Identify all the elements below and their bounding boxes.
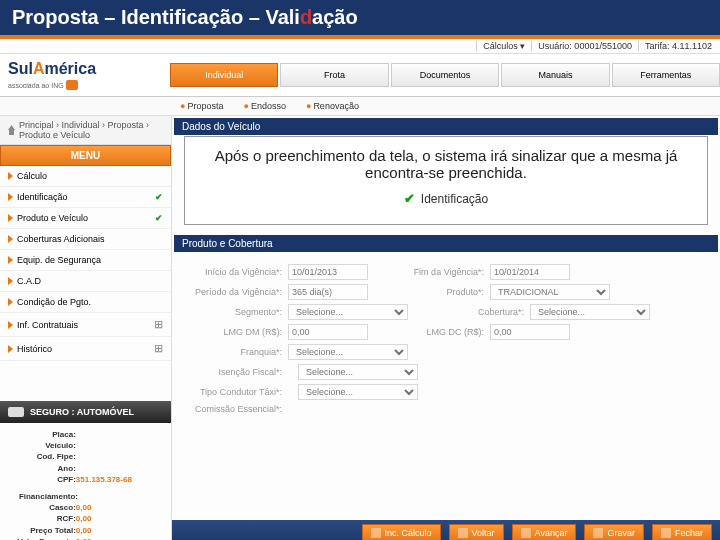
isencao-select[interactable]: Selecione...	[298, 364, 418, 380]
menu-item-5[interactable]: C.A.D	[0, 271, 171, 292]
franquia-select[interactable]: Selecione...	[288, 344, 408, 360]
vehicle-info: Placa: Veículo: Cod. Fipe: Ano: CPF:351.…	[0, 423, 171, 540]
triangle-icon	[8, 277, 13, 285]
check-icon: ✔	[404, 191, 415, 206]
segmento-select[interactable]: Selecione...	[288, 304, 408, 320]
app-header: SulAmérica associada ao ING Individual F…	[0, 54, 720, 97]
menu-item-8[interactable]: Histórico⊞	[0, 337, 171, 361]
menu-item-1[interactable]: Identificação✔	[0, 187, 171, 208]
section-dados-veiculo: Dados do Veículo	[174, 118, 718, 135]
close-icon	[661, 528, 671, 538]
tarifa-label: Tarifa: 4.11.1102	[638, 41, 712, 51]
section-produto-cobertura: Produto e Cobertura	[174, 235, 718, 252]
produto-select[interactable]: TRADICIONAL	[490, 284, 610, 300]
plus-icon	[371, 528, 381, 538]
gravar-button[interactable]: Gravar	[584, 524, 644, 540]
logo-ing: associada ao ING	[8, 80, 96, 90]
menu-item-7[interactable]: Inf. Contratuais⊞	[0, 313, 171, 337]
incluir-calculo-button[interactable]: Inc. Cálculo	[362, 524, 441, 540]
triangle-icon	[8, 298, 13, 306]
tab-individual[interactable]: Individual	[170, 63, 278, 87]
slide-title: Proposta – Identificação – Validação	[12, 6, 708, 29]
menu-item-4[interactable]: Equip. de Segurança	[0, 250, 171, 271]
condutor-select[interactable]: Selecione...	[298, 384, 418, 400]
menu-item-0[interactable]: Cálculo	[0, 166, 171, 187]
triangle-icon	[8, 256, 13, 264]
identificacao-callout: ✔ Identificação	[394, 187, 498, 210]
periodo-input[interactable]	[288, 284, 368, 300]
voltar-button[interactable]: Voltar	[449, 524, 504, 540]
fechar-button[interactable]: Fechar	[652, 524, 712, 540]
breadcrumb: Principal › Individual › Proposta › Prod…	[0, 116, 171, 145]
footer-actions: Inc. Cálculo Voltar Avançar Gravar Fecha…	[172, 520, 720, 540]
menu-item-2[interactable]: Produto e Veículo✔	[0, 208, 171, 229]
calculos-dropdown[interactable]: Cálculos ▾	[476, 41, 525, 51]
tab-frota[interactable]: Frota	[280, 63, 388, 87]
triangle-icon	[8, 193, 13, 201]
arrow-right-icon	[521, 528, 531, 538]
tab-ferramentas[interactable]: Ferramentas	[612, 63, 720, 87]
triangle-icon	[8, 235, 13, 243]
usuario-label: Usuário: 00001/551000	[531, 41, 632, 51]
expand-icon: ⊞	[154, 342, 163, 355]
save-icon	[593, 528, 603, 538]
menu-item-3[interactable]: Coberturas Adicionais	[0, 229, 171, 250]
cobertura-select[interactable]: Selecione...	[530, 304, 650, 320]
check-icon: ✔	[155, 213, 163, 223]
lion-icon	[66, 80, 78, 90]
menu-header: MENU	[0, 145, 171, 166]
form-produto: Início da Vigência*: Fim da Vigência*: P…	[172, 254, 720, 424]
app-top-info: Cálculos ▾ Usuário: 00001/551000 Tarifa:…	[0, 39, 720, 54]
logo-block: SulAmérica associada ao ING	[0, 54, 170, 96]
expand-icon: ⊞	[154, 318, 163, 331]
fim-vigencia-input[interactable]	[490, 264, 570, 280]
subtab-endosso[interactable]: ●Endosso	[243, 101, 285, 111]
lmg-dc-input[interactable]	[490, 324, 570, 340]
subtab-renovacao[interactable]: ●Renovação	[306, 101, 359, 111]
instruction-overlay: Após o preenchimento da tela, o sistema …	[184, 136, 708, 225]
tab-manuais[interactable]: Manuais	[501, 63, 609, 87]
triangle-icon	[8, 321, 13, 329]
tab-documentos[interactable]: Documentos	[391, 63, 499, 87]
arrow-left-icon	[458, 528, 468, 538]
main-panel: Dados do Veículo Após o preenchimento da…	[172, 116, 720, 540]
menu-item-6[interactable]: Condição de Pgto.	[0, 292, 171, 313]
main-tabs: Individual Frota Documentos Manuais Ferr…	[170, 63, 720, 87]
triangle-icon	[8, 214, 13, 222]
home-icon[interactable]	[8, 125, 15, 135]
triangle-icon	[8, 172, 13, 180]
slide-title-bar: Proposta – Identificação – Validação	[0, 0, 720, 39]
seguro-header: SEGURO : AUTOMÓVEL	[0, 401, 171, 423]
check-icon: ✔	[155, 192, 163, 202]
logo-sulamerica: SulAmérica	[8, 60, 96, 78]
sub-tabs: ●Proposta ●Endosso ●Renovação	[0, 97, 720, 116]
car-icon	[8, 407, 24, 417]
inicio-vigencia-input[interactable]	[288, 264, 368, 280]
lmg-dm-input[interactable]	[288, 324, 368, 340]
instruction-text: Após o preenchimento da tela, o sistema …	[199, 147, 693, 181]
triangle-icon	[8, 345, 13, 353]
sidebar: Principal › Individual › Proposta › Prod…	[0, 116, 172, 540]
avancar-button[interactable]: Avançar	[512, 524, 577, 540]
subtab-proposta[interactable]: ●Proposta	[180, 101, 223, 111]
